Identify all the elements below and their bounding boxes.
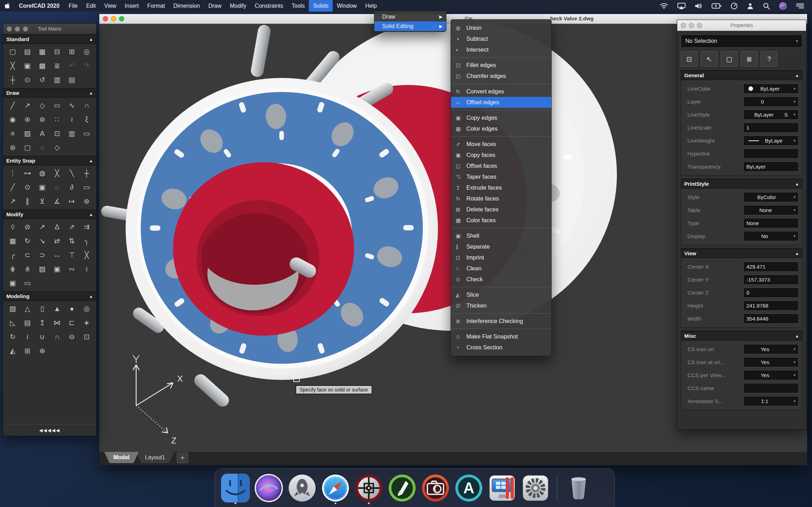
thicken[interactable]: ∅ Thicken [451,300,551,311]
tool-matrix-titlebar[interactable]: Tool Matrix [3,24,96,34]
text-block[interactable]: ▭ [79,128,94,139]
collapse-arrow-icon[interactable]: ▲ [89,212,93,217]
View[interactable]: View [100,0,120,12]
shell[interactable]: ▣ Shell [451,230,551,241]
Window[interactable]: Window [333,0,361,12]
fillet[interactable]: ╮ [79,236,94,246]
app-menu-title[interactable]: CorelCAD 2020 [14,3,65,9]
torus[interactable]: ◎ [79,303,94,314]
section-header-modeling[interactable]: Modeling ▲ [3,291,96,301]
sheet-tab[interactable]: Model [104,452,139,463]
section-header-standard[interactable]: Standard ▲ [3,34,96,44]
offset-edges[interactable]: ▱ Offset edges [451,97,551,108]
rotate[interactable]: ↻ [20,236,35,246]
property-value-control[interactable]: -157.3373 ▾ [743,275,799,285]
select-cursor[interactable]: ↖ [701,51,718,67]
property-value-control[interactable]: 0 ▾ [743,288,799,298]
arc[interactable]: ∩ [79,100,94,111]
chamfer-edges[interactable]: ◰ Chamfer edges [451,71,551,81]
edit-polyline[interactable]: ▣ [5,278,20,288]
Constraints[interactable]: Constraints [251,0,287,12]
snap-endpoint[interactable]: ⊶ [20,168,35,178]
extrude-faces[interactable]: ↥ Extrude faces [451,182,551,193]
snap-parallel[interactable]: ∥ [20,196,35,206]
volume-icon[interactable] [695,3,703,9]
move[interactable]: ↗ [35,222,49,232]
extrude[interactable]: ↥ [35,317,49,328]
property-value-control[interactable]: 429.471 ▾ [743,262,799,272]
collapse-arrow-icon[interactable]: ▲ [795,334,799,338]
selection-window[interactable]: ▢ [20,142,35,153]
Draw[interactable]: Draw [204,0,226,12]
property-value-control[interactable]: ByLaye ▾ [743,136,799,146]
snap-center[interactable]: ⊙ [20,182,35,192]
print[interactable]: ⊟ [50,46,65,57]
cut[interactable]: ╳ [5,60,20,71]
property-value-control[interactable]: ByLayer ▾ [743,162,799,172]
revision-cloud[interactable]: ◌ [35,142,49,153]
freehand[interactable]: ≀ [65,114,79,125]
property-value-control[interactable]: ByColor ▾ [743,192,799,202]
edit-spline[interactable]: ∾ [65,264,79,274]
scale[interactable]: ↘ [35,236,49,246]
delete-faces[interactable]: ⊠ Delete faces [451,204,551,215]
dock-corelcad-icon[interactable] [354,472,384,504]
extend[interactable]: ⊤ [65,250,79,260]
property-value-control[interactable]: None ▾ [743,218,799,228]
snap-cross[interactable]: ┼ [79,168,94,178]
convert[interactable]: ∗ [79,317,94,328]
property-value-control[interactable]: None ▾ [743,205,799,215]
sketch[interactable]: ξ [79,114,94,125]
copy-move[interactable]: ⇗ [65,222,79,232]
split[interactable]: ⋔ [20,264,35,274]
rectangle[interactable]: ▭ [50,100,65,111]
print-preview[interactable]: ◎ [79,46,94,57]
close-button[interactable] [103,16,108,21]
property-value-control[interactable]: 0 ▾ [743,97,799,107]
solid-intersect[interactable]: ∩ [50,331,65,342]
color-faces[interactable]: ▩ Color faces [451,215,551,226]
move-faces[interactable]: ⇗ Move faces [451,139,551,150]
Format[interactable]: Format [143,0,169,12]
minimize-button[interactable] [689,23,694,28]
edit-curve[interactable]: ≀ [79,264,94,274]
select-window[interactable]: ▢ [721,51,738,67]
selection-filter-dropdown[interactable]: No Selection ▾ [681,34,803,48]
union[interactable]: ◍ Union [451,22,551,33]
imprint[interactable]: ⊡ Imprint [451,252,551,263]
dock-font-manager-icon[interactable]: A [454,472,484,504]
select-matching[interactable]: ⊡ [681,51,698,67]
Dimension[interactable]: Dimension [169,0,204,12]
property-value-control[interactable]: ByLayer ▾ [743,84,799,94]
redo[interactable]: ↷ [79,60,94,71]
chamfer[interactable]: ╭ [5,250,20,260]
wedge[interactable]: ◺ [5,317,20,328]
section-header-modify[interactable]: Modify ▲ [3,210,96,219]
collapse-arrow-icon[interactable]: ▲ [795,182,799,186]
apple-menu[interactable] [0,2,14,9]
property-value-control[interactable]: Yes ▾ [743,357,799,367]
properties-titlebar[interactable]: Properties [677,20,806,31]
dock-finder-icon[interactable] [221,472,250,504]
snap-midpoint[interactable]: ◍ [35,168,49,178]
section-header[interactable]: Misc ▲ [681,331,802,341]
collapse-arrow-icon[interactable]: ▲ [795,73,799,78]
property-value-control[interactable]: 241.9768 ▾ [743,301,799,311]
delete-duplicates[interactable]: ⊘ [20,222,35,232]
snap-quadrant[interactable]: ◌ [50,182,65,192]
color-edges[interactable]: ▦ Color edges [451,123,551,134]
user-icon[interactable] [747,2,754,9]
rotate-faces[interactable]: ↻ Rotate faces [451,193,551,204]
hatch[interactable]: ▨ [20,128,35,139]
Help[interactable]: Help [361,0,381,12]
close-button[interactable] [7,26,12,32]
snap-node[interactable]: ▣ [35,182,49,192]
collapse-arrow-icon[interactable]: ▲ [89,294,93,298]
spline[interactable]: ∿ [65,100,79,111]
Solids[interactable]: Solids [309,0,333,12]
siri-icon[interactable] [779,2,787,10]
sweep[interactable]: ≀ [20,331,35,342]
snap-extension[interactable]: ↗ [5,196,20,206]
airplay-display-icon[interactable] [677,3,686,9]
rib[interactable]: ⊏ [65,317,79,328]
